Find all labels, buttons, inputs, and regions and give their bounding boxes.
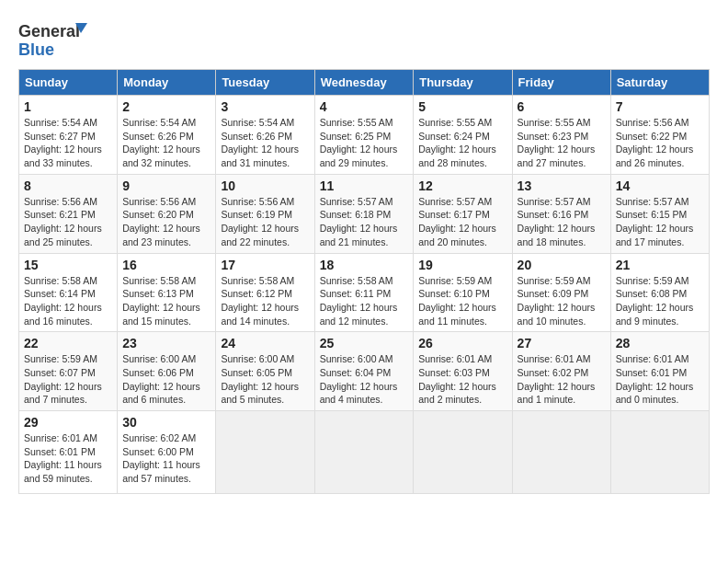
calendar-cell: 16Sunrise: 5:58 AM Sunset: 6:13 PM Dayli… xyxy=(118,253,216,332)
day-number: 3 xyxy=(221,99,309,114)
calendar-cell: 20Sunrise: 5:59 AM Sunset: 6:09 PM Dayli… xyxy=(512,253,610,332)
calendar-week-row: 8Sunrise: 5:56 AM Sunset: 6:21 PM Daylig… xyxy=(19,174,710,253)
column-header-monday: Monday xyxy=(118,70,216,96)
day-number: 21 xyxy=(616,258,704,272)
day-number: 25 xyxy=(320,336,409,350)
calendar-cell: 19Sunrise: 5:59 AM Sunset: 6:10 PM Dayli… xyxy=(414,253,512,332)
day-number: 26 xyxy=(418,336,506,350)
day-info: Sunrise: 6:01 AM Sunset: 6:02 PM Dayligh… xyxy=(518,353,596,405)
day-info: Sunrise: 5:55 AM Sunset: 6:23 PM Dayligh… xyxy=(518,117,596,168)
day-number: 14 xyxy=(616,178,704,193)
day-number: 13 xyxy=(518,178,606,193)
day-number: 10 xyxy=(221,178,309,193)
day-info: Sunrise: 6:02 AM Sunset: 6:00 PM Dayligh… xyxy=(122,432,200,484)
calendar-cell: 25Sunrise: 6:00 AM Sunset: 6:04 PM Dayli… xyxy=(314,332,414,411)
column-header-sunday: Sunday xyxy=(19,70,118,96)
calendar-week-row: 22Sunrise: 5:59 AM Sunset: 6:07 PM Dayli… xyxy=(19,332,710,411)
calendar-cell: 21Sunrise: 5:59 AM Sunset: 6:08 PM Dayli… xyxy=(610,253,709,332)
calendar-cell: 10Sunrise: 5:56 AM Sunset: 6:19 PM Dayli… xyxy=(216,174,314,253)
day-number: 1 xyxy=(24,99,112,114)
day-info: Sunrise: 6:00 AM Sunset: 6:06 PM Dayligh… xyxy=(122,353,200,405)
day-info: Sunrise: 5:58 AM Sunset: 6:11 PM Dayligh… xyxy=(320,275,398,327)
calendar-body: 1Sunrise: 5:54 AM Sunset: 6:27 PM Daylig… xyxy=(19,96,710,494)
day-info: Sunrise: 6:00 AM Sunset: 6:04 PM Dayligh… xyxy=(320,353,398,405)
day-info: Sunrise: 5:59 AM Sunset: 6:10 PM Dayligh… xyxy=(418,275,496,327)
calendar-cell xyxy=(414,411,512,494)
calendar-week-row: 1Sunrise: 5:54 AM Sunset: 6:27 PM Daylig… xyxy=(19,96,710,175)
day-number: 11 xyxy=(320,178,409,193)
calendar-cell xyxy=(314,411,414,494)
column-header-saturday: Saturday xyxy=(610,70,709,96)
day-info: Sunrise: 5:59 AM Sunset: 6:07 PM Dayligh… xyxy=(24,353,102,405)
day-info: Sunrise: 5:56 AM Sunset: 6:21 PM Dayligh… xyxy=(24,196,102,247)
day-number: 6 xyxy=(518,99,606,114)
calendar-cell: 9Sunrise: 5:56 AM Sunset: 6:20 PM Daylig… xyxy=(118,174,216,253)
day-number: 15 xyxy=(24,258,112,272)
day-info: Sunrise: 5:54 AM Sunset: 6:27 PM Dayligh… xyxy=(24,117,102,168)
day-info: Sunrise: 5:57 AM Sunset: 6:17 PM Dayligh… xyxy=(418,196,496,247)
calendar-cell: 27Sunrise: 6:01 AM Sunset: 6:02 PM Dayli… xyxy=(512,332,610,411)
svg-text:General: General xyxy=(18,22,80,40)
day-info: Sunrise: 5:55 AM Sunset: 6:24 PM Dayligh… xyxy=(418,117,496,168)
calendar-cell: 11Sunrise: 5:57 AM Sunset: 6:18 PM Dayli… xyxy=(314,174,414,253)
calendar-cell: 26Sunrise: 6:01 AM Sunset: 6:03 PM Dayli… xyxy=(414,332,512,411)
day-info: Sunrise: 5:58 AM Sunset: 6:13 PM Dayligh… xyxy=(122,275,200,327)
column-header-tuesday: Tuesday xyxy=(216,70,314,96)
day-info: Sunrise: 5:56 AM Sunset: 6:19 PM Dayligh… xyxy=(221,196,299,247)
svg-text:Blue: Blue xyxy=(18,40,54,59)
day-info: Sunrise: 6:01 AM Sunset: 6:03 PM Dayligh… xyxy=(418,353,496,405)
calendar-week-row: 29Sunrise: 6:01 AM Sunset: 6:01 PM Dayli… xyxy=(19,411,710,494)
calendar-cell: 30Sunrise: 6:02 AM Sunset: 6:00 PM Dayli… xyxy=(118,411,216,494)
calendar-cell: 6Sunrise: 5:55 AM Sunset: 6:23 PM Daylig… xyxy=(512,96,610,175)
calendar-cell: 17Sunrise: 5:58 AM Sunset: 6:12 PM Dayli… xyxy=(216,253,314,332)
calendar-header-row: SundayMondayTuesdayWednesdayThursdayFrid… xyxy=(19,70,710,96)
day-info: Sunrise: 5:58 AM Sunset: 6:12 PM Dayligh… xyxy=(221,275,299,327)
day-number: 9 xyxy=(122,178,210,193)
calendar-cell: 22Sunrise: 5:59 AM Sunset: 6:07 PM Dayli… xyxy=(19,332,118,411)
calendar-cell xyxy=(216,411,314,494)
column-header-wednesday: Wednesday xyxy=(314,70,414,96)
day-number: 8 xyxy=(24,178,112,193)
calendar-cell: 13Sunrise: 5:57 AM Sunset: 6:16 PM Dayli… xyxy=(512,174,610,253)
day-info: Sunrise: 5:55 AM Sunset: 6:25 PM Dayligh… xyxy=(320,117,398,168)
day-number: 27 xyxy=(518,336,606,350)
day-number: 29 xyxy=(24,415,112,430)
day-number: 23 xyxy=(122,336,210,350)
day-number: 12 xyxy=(418,178,506,193)
logo-svg: GeneralBlue xyxy=(18,18,92,60)
calendar-cell: 8Sunrise: 5:56 AM Sunset: 6:21 PM Daylig… xyxy=(19,174,118,253)
column-header-friday: Friday xyxy=(512,70,610,96)
day-info: Sunrise: 6:01 AM Sunset: 6:01 PM Dayligh… xyxy=(616,353,694,405)
day-info: Sunrise: 5:57 AM Sunset: 6:16 PM Dayligh… xyxy=(518,196,596,247)
day-number: 16 xyxy=(122,258,210,272)
calendar-cell: 29Sunrise: 6:01 AM Sunset: 6:01 PM Dayli… xyxy=(19,411,118,494)
calendar-cell: 18Sunrise: 5:58 AM Sunset: 6:11 PM Dayli… xyxy=(314,253,414,332)
day-number: 28 xyxy=(616,336,704,350)
day-info: Sunrise: 5:59 AM Sunset: 6:09 PM Dayligh… xyxy=(518,275,596,327)
day-info: Sunrise: 5:54 AM Sunset: 6:26 PM Dayligh… xyxy=(221,117,299,168)
calendar-cell: 14Sunrise: 5:57 AM Sunset: 6:15 PM Dayli… xyxy=(610,174,709,253)
calendar-cell: 12Sunrise: 5:57 AM Sunset: 6:17 PM Dayli… xyxy=(414,174,512,253)
day-info: Sunrise: 5:54 AM Sunset: 6:26 PM Dayligh… xyxy=(122,117,200,168)
day-info: Sunrise: 5:56 AM Sunset: 6:20 PM Dayligh… xyxy=(122,196,200,247)
day-info: Sunrise: 6:01 AM Sunset: 6:01 PM Dayligh… xyxy=(24,432,102,484)
day-number: 17 xyxy=(221,258,309,272)
day-info: Sunrise: 6:00 AM Sunset: 6:05 PM Dayligh… xyxy=(221,353,299,405)
column-header-thursday: Thursday xyxy=(414,70,512,96)
calendar-cell: 1Sunrise: 5:54 AM Sunset: 6:27 PM Daylig… xyxy=(19,96,118,175)
calendar-cell: 23Sunrise: 6:00 AM Sunset: 6:06 PM Dayli… xyxy=(118,332,216,411)
calendar-cell xyxy=(610,411,709,494)
day-number: 4 xyxy=(320,99,409,114)
calendar-cell: 3Sunrise: 5:54 AM Sunset: 6:26 PM Daylig… xyxy=(216,96,314,175)
calendar-cell: 5Sunrise: 5:55 AM Sunset: 6:24 PM Daylig… xyxy=(414,96,512,175)
day-info: Sunrise: 5:57 AM Sunset: 6:15 PM Dayligh… xyxy=(616,196,694,247)
day-number: 2 xyxy=(122,99,210,114)
day-info: Sunrise: 5:57 AM Sunset: 6:18 PM Dayligh… xyxy=(320,196,398,247)
day-number: 18 xyxy=(320,258,409,272)
calendar-cell: 2Sunrise: 5:54 AM Sunset: 6:26 PM Daylig… xyxy=(118,96,216,175)
calendar-table: SundayMondayTuesdayWednesdayThursdayFrid… xyxy=(18,69,710,494)
day-number: 5 xyxy=(418,99,506,114)
day-info: Sunrise: 5:59 AM Sunset: 6:08 PM Dayligh… xyxy=(616,275,694,327)
calendar-cell: 7Sunrise: 5:56 AM Sunset: 6:22 PM Daylig… xyxy=(610,96,709,175)
day-info: Sunrise: 5:58 AM Sunset: 6:14 PM Dayligh… xyxy=(24,275,102,327)
